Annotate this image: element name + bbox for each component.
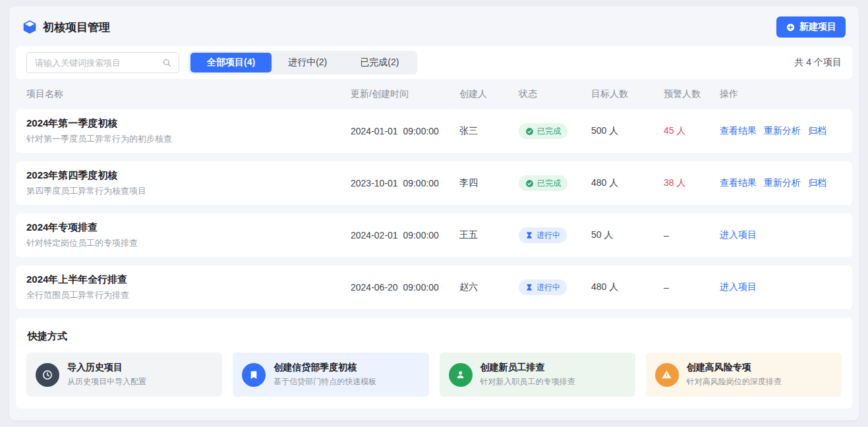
- shortcut-desc: 基于信贷部门特点的快速模板: [274, 376, 376, 387]
- row-actions: 进入项目: [720, 281, 842, 293]
- shortcut-title: 创建新员工排查: [480, 362, 575, 374]
- shortcut-import-history[interactable]: 导入历史项目 从历史项目中导入配置: [26, 353, 222, 397]
- filter-tabs: 全部项目(4) 进行中(2) 已完成(2): [188, 51, 417, 74]
- shortcut-desc: 针对高风险岗位的深度排查: [687, 376, 782, 387]
- page-title: 初核项目管理: [43, 20, 110, 35]
- hourglass-icon: [525, 231, 533, 239]
- shortcut-title: 创建信贷部季度初核: [274, 362, 376, 374]
- enter-project-link[interactable]: 进入项目: [720, 229, 757, 241]
- creator: 张三: [459, 125, 519, 137]
- shortcut-text: 创建信贷部季度初核 基于信贷部门特点的快速模板: [274, 362, 376, 387]
- row-actions: 进入项目: [720, 229, 842, 241]
- shortcut-high-risk-special[interactable]: 创建高风险专项 针对高风险岗位的深度排查: [646, 353, 842, 397]
- search-box[interactable]: [26, 52, 179, 73]
- target-count: 500 人: [591, 125, 664, 137]
- tab-completed[interactable]: 已完成(2): [343, 53, 415, 72]
- view-results-link[interactable]: 查看结果: [720, 177, 757, 189]
- shortcut-title: 创建高风险专项: [687, 362, 782, 374]
- plus-circle-icon: [786, 22, 796, 32]
- table-row: 2024年专项排查 针对特定岗位员工的专项排查 2024-02-01 09:00…: [16, 214, 852, 257]
- target-count: 480 人: [591, 281, 664, 293]
- project-name-cell: 2023年第四季度初核 第四季度员工异常行为核查项目: [26, 169, 351, 197]
- status-cell: 进行中: [519, 279, 591, 295]
- search-input[interactable]: [34, 57, 162, 69]
- status-label: 进行中: [536, 282, 560, 293]
- project-name-cell: 2024年上半年全行排查 全行范围员工异常行为排查: [26, 273, 351, 301]
- new-project-label: 新建项目: [799, 21, 836, 33]
- shortcut-text: 导入历史项目 从历史项目中导入配置: [67, 362, 146, 387]
- shortcuts-cards: 导入历史项目 从历史项目中导入配置 创建信贷部季度初核 基于信贷部门特点的快速模…: [26, 353, 842, 397]
- col-target-count: 目标人数: [591, 88, 664, 100]
- clock-icon: [36, 363, 59, 387]
- reanalyze-link[interactable]: 重新分析: [764, 177, 801, 189]
- tab-in-progress[interactable]: 进行中(2): [272, 53, 343, 72]
- status-label: 已完成: [537, 178, 561, 189]
- new-project-button[interactable]: 新建项目: [776, 16, 846, 38]
- table-header: 项目名称 更新/创建时间 创建人 状态 目标人数 预警人数 操作: [16, 79, 852, 109]
- status-badge: 进行中: [519, 279, 567, 295]
- col-status: 状态: [519, 88, 591, 100]
- status-cell: 已完成: [519, 175, 591, 191]
- status-label: 进行中: [536, 230, 560, 241]
- check-circle-icon: [525, 127, 534, 136]
- shortcut-text: 创建高风险专项 针对高风险岗位的深度排查: [687, 362, 782, 387]
- hourglass-icon: [525, 283, 533, 291]
- target-count: 50 人: [591, 229, 664, 241]
- toolbar: 全部项目(4) 进行中(2) 已完成(2) 共 4 个项目: [16, 46, 852, 79]
- row-actions: 查看结果 重新分析 归档: [720, 125, 842, 137]
- enter-project-link[interactable]: 进入项目: [720, 281, 757, 293]
- shortcut-credit-dept-review[interactable]: 创建信贷部季度初核 基于信贷部门特点的快速模板: [233, 353, 428, 397]
- project-description: 针对第一季度员工异常行为的初步核查: [26, 133, 351, 145]
- table-row: 2024年上半年全行排查 全行范围员工异常行为排查 2024-06-20 09:…: [16, 266, 852, 309]
- bookmark-icon: [242, 363, 266, 387]
- shortcut-desc: 从历史项目中导入配置: [67, 376, 146, 387]
- col-creator: 创建人: [459, 88, 519, 100]
- shortcut-text: 创建新员工排查 针对新入职员工的专项排查: [480, 362, 575, 387]
- warning-count: –: [664, 282, 720, 293]
- target-count: 480 人: [591, 177, 664, 189]
- total-project-count: 共 4 个项目: [794, 57, 842, 69]
- cube-icon: [22, 20, 37, 34]
- reanalyze-link[interactable]: 重新分析: [764, 125, 801, 137]
- page-header: 初核项目管理 新建项目: [16, 13, 852, 41]
- shortcut-title: 导入历史项目: [67, 362, 146, 374]
- project-title: 2023年第四季度初核: [26, 169, 351, 182]
- status-badge: 进行中: [519, 227, 567, 243]
- shortcut-new-employee-screening[interactable]: 创建新员工排查 针对新入职员工的专项排查: [440, 353, 635, 397]
- row-actions: 查看结果 重新分析 归档: [720, 177, 842, 189]
- col-warning-count: 预警人数: [664, 88, 720, 100]
- shortcuts-title: 快捷方式: [26, 330, 842, 343]
- update-time: 2024-06-20 09:00:00: [351, 282, 459, 293]
- update-time: 2024-01-01 09:00:00: [351, 126, 459, 136]
- shortcut-desc: 针对新入职员工的专项排查: [480, 376, 575, 387]
- project-description: 第四季度员工异常行为核查项目: [26, 185, 351, 197]
- warning-count: 45 人: [664, 125, 720, 137]
- project-title: 2024年专项排查: [26, 221, 351, 234]
- status-badge: 已完成: [519, 123, 567, 139]
- user-icon: [449, 363, 473, 387]
- project-name-cell: 2024年专项排查 针对特定岗位员工的专项排查: [26, 221, 351, 249]
- project-title: 2024年第一季度初核: [26, 117, 351, 130]
- archive-link[interactable]: 归档: [808, 177, 826, 189]
- col-project-name: 项目名称: [26, 88, 351, 100]
- col-actions: 操作: [720, 88, 842, 100]
- creator: 王五: [459, 229, 519, 241]
- view-results-link[interactable]: 查看结果: [720, 125, 757, 137]
- table-row: 2024年第一季度初核 针对第一季度员工异常行为的初步核查 2024-01-01…: [16, 109, 852, 153]
- project-description: 全行范围员工异常行为排查: [26, 289, 351, 301]
- project-description: 针对特定岗位员工的专项排查: [26, 237, 351, 249]
- update-time: 2024-02-01 09:00:00: [351, 230, 459, 241]
- warning-count: –: [664, 230, 720, 241]
- status-cell: 进行中: [519, 227, 591, 243]
- status-label: 已完成: [537, 126, 561, 137]
- check-circle-icon: [525, 179, 534, 188]
- status-cell: 已完成: [519, 123, 591, 139]
- update-time: 2023-10-01 09:00:00: [351, 178, 459, 188]
- warning-triangle-icon: [655, 363, 679, 387]
- status-badge: 已完成: [519, 175, 567, 191]
- tab-all-projects[interactable]: 全部项目(4): [190, 53, 272, 72]
- archive-link[interactable]: 归档: [808, 125, 826, 137]
- project-management-panel: 初核项目管理 新建项目 全部项目(4) 进行中(2): [9, 7, 859, 420]
- project-name-cell: 2024年第一季度初核 针对第一季度员工异常行为的初步核查: [26, 117, 351, 145]
- table-row: 2023年第四季度初核 第四季度员工异常行为核查项目 2023-10-01 09…: [16, 161, 852, 205]
